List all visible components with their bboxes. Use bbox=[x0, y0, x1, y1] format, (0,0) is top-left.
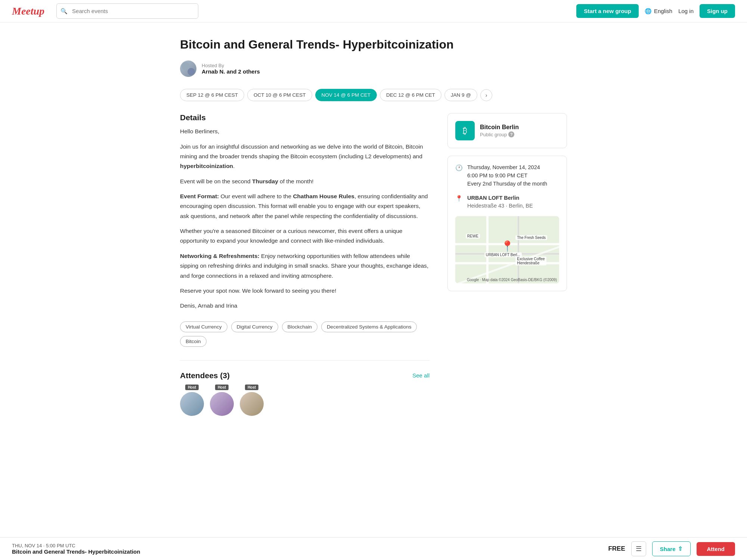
right-column: ₿ Bitcoin Berlin Public group ? 🕐 Thursd… bbox=[447, 113, 567, 299]
host-badge-1: Host bbox=[185, 385, 199, 390]
recurrence-label: Every 2nd Thursday of the month bbox=[467, 180, 547, 188]
thursday-text: Thursday bbox=[252, 178, 278, 184]
chatham-link[interactable]: Chatham House Rules bbox=[293, 193, 354, 199]
left-column: Details Hello Berliners, Join us for an … bbox=[180, 113, 430, 409]
search-icon: 🔍 bbox=[57, 8, 68, 15]
divider bbox=[180, 360, 430, 361]
group-type-label: Public group bbox=[480, 132, 507, 137]
tag-decentralized[interactable]: Decentralized Systems & Applications bbox=[321, 321, 417, 332]
date-tabs-next-arrow[interactable]: › bbox=[480, 89, 492, 101]
date-tab-oct10[interactable]: OCT 10 @ 6 PM CEST bbox=[247, 89, 312, 101]
hosted-by-label: Hosted By bbox=[202, 63, 260, 68]
attendees-row: Host Host Host bbox=[180, 385, 430, 409]
details-heading: Details bbox=[180, 113, 430, 122]
attendee-3-avatar bbox=[240, 392, 264, 416]
map-container[interactable]: REWE The Fresh Seeds URBAN LOFT Berl... … bbox=[455, 216, 559, 283]
venue-row: 📍 URBAN LOFT Berlin Heidestraße 43 · Ber… bbox=[455, 194, 559, 211]
start-group-button[interactable]: Start a new group bbox=[576, 4, 639, 18]
greeting: Hello Berliners, bbox=[180, 127, 430, 136]
map-label-exclusive-coffee: Exclusive CoffeeHiendestraße bbox=[515, 256, 546, 265]
meetup-logo[interactable]: Meetup bbox=[12, 5, 44, 17]
datetime-label: Thursday, November 14, 2024 bbox=[467, 164, 547, 172]
search-input[interactable] bbox=[68, 5, 142, 17]
login-button[interactable]: Log in bbox=[678, 8, 694, 14]
date-tab-nov14[interactable]: NOV 14 @ 6 PM CET bbox=[315, 89, 377, 101]
map-label-rewe: REWE bbox=[466, 234, 480, 239]
para2: Event will be on the second Thursday of … bbox=[180, 177, 430, 186]
language-label: English bbox=[654, 8, 672, 14]
tags-section: Virtual Currency Digital Currency Blockc… bbox=[180, 321, 430, 347]
para3: Event Format: Our event will adhere to t… bbox=[180, 192, 430, 221]
group-card[interactable]: ₿ Bitcoin Berlin Public group ? bbox=[447, 113, 567, 148]
map-attribution: Google · Map data ©2024 GeoBasis-DE/BKG … bbox=[467, 278, 557, 282]
see-all-button[interactable]: See all bbox=[412, 372, 430, 379]
language-button[interactable]: 🌐 English bbox=[645, 8, 672, 15]
para4: Whether you're a seasoned Bitcoiner or a… bbox=[180, 226, 430, 246]
clock-icon: 🕐 bbox=[455, 164, 463, 172]
page-content: Bitcoin and General Trends- Hyperbitcoin… bbox=[168, 22, 579, 447]
signup-button[interactable]: Sign up bbox=[700, 4, 735, 18]
datetime-row: 🕐 Thursday, November 14, 2024 6:00 PM to… bbox=[455, 164, 559, 188]
main-layout: Details Hello Berliners, Join us for an … bbox=[180, 113, 567, 409]
group-icon: ₿ bbox=[455, 121, 475, 140]
search-bar: 🔍 Mountain View, CA 🔍 bbox=[56, 3, 198, 19]
info-block: 🕐 Thursday, November 14, 2024 6:00 PM to… bbox=[447, 156, 567, 291]
date-tab-dec12[interactable]: DEC 12 @ 6 PM CET bbox=[380, 89, 441, 101]
event-title: Bitcoin and General Trends- Hyperbitcoin… bbox=[180, 37, 567, 52]
para7: Denis, Arnab and Irina bbox=[180, 301, 430, 311]
attendee-2: Host bbox=[210, 385, 234, 409]
map-label-fresh-seeds: The Fresh Seeds bbox=[515, 235, 547, 240]
host-badge-2: Host bbox=[215, 385, 229, 390]
para1: Join us for an insightful discussion and… bbox=[180, 142, 430, 171]
group-type: Public group ? bbox=[480, 131, 519, 137]
para5: Networking & Refreshments: Enjoy network… bbox=[180, 251, 430, 281]
attendee-2-avatar bbox=[210, 392, 234, 416]
attendees-title: Attendees (3) bbox=[180, 371, 230, 380]
date-tab-sep12[interactable]: SEP 12 @ 6 PM CEST bbox=[180, 89, 244, 101]
tag-blockchain[interactable]: Blockchain bbox=[282, 321, 317, 332]
event-format-label: Event Format: bbox=[180, 193, 219, 199]
group-name: Bitcoin Berlin bbox=[480, 124, 519, 131]
location-icon: 📍 bbox=[455, 195, 463, 202]
venue-address: Heidestraße 43 · Berlin, BE bbox=[467, 202, 533, 210]
tag-virtual-currency[interactable]: Virtual Currency bbox=[180, 321, 227, 332]
host-avatar bbox=[180, 60, 196, 77]
tag-digital-currency[interactable]: Digital Currency bbox=[231, 321, 278, 332]
host-badge-3: Host bbox=[245, 385, 258, 390]
tag-bitcoin[interactable]: Bitcoin bbox=[180, 336, 207, 347]
hyperbitcoinization-text: hyperbitcoinization bbox=[180, 163, 233, 169]
attendee-1-avatar bbox=[180, 392, 204, 416]
globe-icon: 🌐 bbox=[645, 8, 652, 15]
header: Meetup 🔍 Mountain View, CA 🔍 Start a new… bbox=[0, 0, 747, 22]
host-name: Arnab N. and 2 others bbox=[202, 68, 260, 75]
venue-name: URBAN LOFT Berlin bbox=[467, 194, 533, 202]
location-input[interactable]: Mountain View, CA bbox=[142, 5, 198, 17]
date-tab-jan9[interactable]: JAN 9 @ bbox=[444, 89, 477, 101]
details-body: Hello Berliners, Join us for an insightf… bbox=[180, 127, 430, 311]
help-icon: ? bbox=[508, 131, 514, 137]
attendees-header: Attendees (3) See all bbox=[180, 371, 430, 380]
time-label: 6:00 PM to 9:00 PM CET bbox=[467, 172, 547, 180]
attendee-3: Host bbox=[240, 385, 264, 409]
para6: Reserve your spot now. We look forward t… bbox=[180, 286, 430, 296]
attendee-1: Host bbox=[180, 385, 204, 409]
networking-label: Networking & Refreshments: bbox=[180, 253, 260, 259]
date-tabs: SEP 12 @ 6 PM CEST OCT 10 @ 6 PM CEST NO… bbox=[180, 89, 567, 101]
hosted-by: Hosted By Arnab N. and 2 others bbox=[180, 60, 567, 77]
map-pin: 📍 bbox=[501, 240, 514, 252]
